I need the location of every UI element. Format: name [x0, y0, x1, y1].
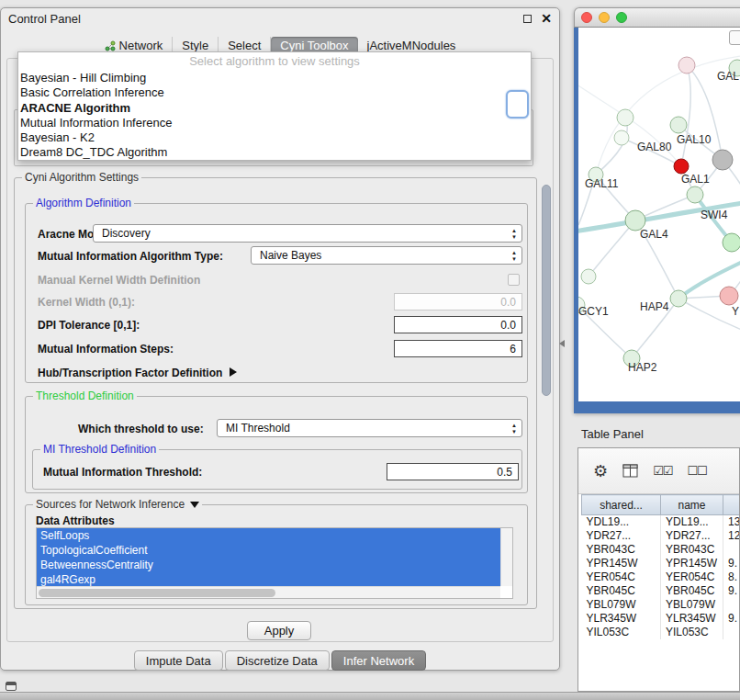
list-item-selected[interactable]: BetweennessCentrality — [37, 558, 500, 572]
table-row[interactable]: YPR145WYPR145W9. — [582, 557, 740, 570]
node-label: GAL10 — [677, 133, 711, 146]
network-node[interactable] — [617, 109, 633, 126]
table-cell: YLR345W — [582, 612, 661, 626]
table-cell: YER054C — [661, 570, 723, 584]
table-row[interactable]: YBL079WYBL079W — [582, 598, 740, 612]
dropdown-item[interactable]: Bayesian - Hill Climbing — [18, 71, 531, 85]
control-panel-titlebar[interactable]: Control Panel ✕ — [1, 8, 559, 28]
mi-type-combo[interactable]: Naive Bayes ▲▼ — [251, 246, 522, 265]
network-node-gray[interactable] — [712, 150, 733, 170]
scrollbar-thumb[interactable] — [39, 589, 275, 597]
clear-all-checks-icon[interactable]: ☐☐ — [687, 464, 706, 478]
tab-label: Cyni Toolbox — [280, 39, 348, 52]
list-vertical-scrollbar[interactable] — [500, 528, 512, 586]
float-window-icon[interactable] — [523, 15, 532, 23]
tab-label: Impute Data — [146, 654, 211, 668]
select-all-checks-icon[interactable]: ☑☑ — [653, 464, 672, 478]
table-row[interactable]: YLR345WYLR345W9. — [582, 612, 740, 626]
network-node[interactable] — [723, 233, 740, 252]
mi-steps-field[interactable]: 6 — [394, 340, 522, 357]
data-attributes-list[interactable]: SelfLoops TopologicalCoefficient Between… — [36, 527, 513, 599]
table-cell: YDR27... — [582, 529, 661, 543]
minimize-traffic-light[interactable] — [599, 12, 610, 23]
network-node[interactable] — [670, 117, 687, 133]
splitter-collapse-arrow[interactable] — [559, 340, 565, 347]
dropdown-item[interactable]: Dream8 DC_TDC Algorithm — [18, 145, 531, 160]
dpi-tolerance-label: DPI Tolerance [0,1]: — [38, 319, 140, 332]
node-label: GAL11 — [585, 177, 618, 190]
network-node[interactable] — [678, 57, 695, 73]
combo-value: Discovery — [102, 227, 151, 240]
docked-panel-icon[interactable] — [6, 682, 17, 691]
which-threshold-combo[interactable]: MI Threshold ▲▼ — [217, 419, 522, 437]
table-row[interactable]: YBR045CYBR045C9. — [582, 584, 740, 598]
network-node-red[interactable] — [674, 159, 689, 174]
table-cell: YIL053C — [582, 626, 661, 639]
table-row[interactable]: YDL19...YDL19...13 — [582, 515, 740, 529]
tab-impute-data[interactable]: Impute Data — [134, 650, 223, 671]
table-cell — [723, 626, 740, 639]
close-traffic-light[interactable] — [581, 12, 592, 23]
table-cell: YPR145W — [661, 557, 723, 570]
kernel-width-field[interactable]: 0.0 — [394, 293, 522, 310]
scrollbar-thumb[interactable] — [542, 185, 551, 396]
cyni-bottom-tabbar: Impute Data Discretize Data Infer Networ… — [1, 650, 559, 671]
table-toolbar: ⚙ ☑☑ ☐☐ — [578, 448, 739, 494]
node-label: HAP2 — [628, 361, 656, 374]
zoom-traffic-light[interactable] — [616, 12, 627, 23]
tab-infer-network[interactable]: Infer Network — [331, 650, 426, 671]
network-node-pink[interactable] — [720, 287, 738, 305]
network-node[interactable] — [670, 290, 687, 307]
network-node[interactable] — [614, 130, 629, 145]
bottom-status-bar — [0, 692, 740, 700]
dropdown-item[interactable]: Mutual Information Inference — [18, 116, 531, 130]
column-header[interactable] — [723, 495, 740, 515]
node-label: Y — [732, 305, 739, 318]
table-cell: 9. — [723, 612, 740, 626]
dropdown-placeholder: Select algorithm to view settings — [18, 52, 531, 71]
list-item-selected[interactable]: SelfLoops — [37, 528, 500, 543]
network-node[interactable] — [687, 186, 703, 203]
table-cell — [723, 598, 740, 612]
table-row[interactable]: YBR043CYBR043C — [582, 543, 740, 557]
manual-kernel-checkbox[interactable] — [508, 274, 520, 286]
gear-icon[interactable]: ⚙ — [593, 463, 608, 480]
table-row[interactable]: YER054CYER054C8. — [582, 570, 740, 584]
network-edge — [681, 65, 690, 166]
node-attribute-table[interactable]: shared... name YDL19...YDL19...13YDR27..… — [581, 494, 740, 639]
canvas-corner-control[interactable] — [729, 30, 740, 45]
close-icon[interactable]: ✕ — [541, 12, 552, 25]
network-node[interactable] — [581, 269, 596, 284]
list-item-selected[interactable]: gal4RGexp — [37, 572, 500, 587]
sources-toggle[interactable]: Sources for Network Inference — [33, 498, 202, 511]
aracne-mode-combo[interactable]: Discovery ▲▼ — [93, 224, 522, 243]
dropdown-item-selected[interactable]: ARACNE Algorithm — [18, 101, 531, 116]
table-cell: YDR27... — [661, 529, 723, 543]
which-threshold-label: Which threshold to use: — [78, 423, 204, 435]
list-item-selected[interactable]: TopologicalCoefficient — [37, 543, 500, 558]
hub-definition-toggle[interactable]: Hub/Transcription Factor Definition — [38, 367, 237, 379]
table-cell: YBR045C — [582, 584, 661, 598]
table-body: YDL19...YDL19...13YDR27...YDR27...12YBR0… — [582, 515, 740, 639]
settings-scrollbar[interactable] — [541, 181, 552, 604]
table-cell: YDL19... — [661, 515, 723, 529]
column-header[interactable]: name — [661, 495, 723, 515]
network-canvas[interactable]: GAL GAL80 GAL10 GAL11 GAL1 SWI4 GAL4 GCY… — [578, 28, 740, 401]
table-row[interactable]: YDR27...YDR27...12 — [582, 529, 740, 543]
apply-button[interactable]: Apply — [247, 621, 311, 640]
network-view-window: GAL GAL80 GAL10 GAL11 GAL1 SWI4 GAL4 GCY… — [574, 7, 740, 413]
dropdown-item[interactable]: Bayesian - K2 — [18, 130, 531, 145]
collapse-arrow-icon[interactable] — [190, 502, 199, 508]
network-window-titlebar[interactable] — [574, 7, 740, 28]
columns-icon[interactable] — [622, 464, 638, 478]
mi-threshold-field[interactable]: 0.5 — [387, 463, 519, 480]
tab-discretize-data[interactable]: Discretize Data — [225, 650, 330, 671]
table-row[interactable]: YIL053CYIL053C — [582, 626, 740, 639]
list-horizontal-scrollbar[interactable] — [37, 586, 500, 598]
dpi-tolerance-field[interactable]: 0.0 — [394, 316, 522, 333]
table-cell: YBR045C — [661, 584, 723, 598]
column-header[interactable]: shared... — [582, 495, 661, 515]
dropdown-item[interactable]: Basic Correlation Inference — [18, 85, 531, 100]
table-cell: YER054C — [582, 570, 661, 584]
expand-arrow-icon[interactable] — [230, 367, 237, 377]
